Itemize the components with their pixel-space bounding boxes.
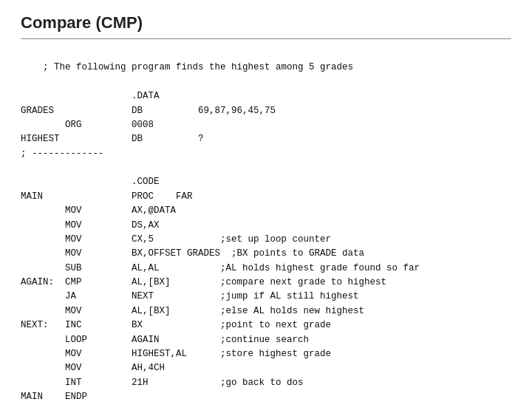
code-line: ; -------------	[21, 149, 104, 159]
code-line: MOV BX,OFFSET GRADES ;BX points to GRADE…	[21, 248, 364, 259]
page: Compare (CMP) ; The following program fi…	[0, 0, 532, 399]
comment-header: ; The following program finds the highes…	[43, 62, 353, 72]
code-line: MOV CX,5 ;set up loop counter	[21, 234, 331, 245]
code-line: INT 21H ;go back to dos	[21, 378, 304, 388]
code-line: JA NEXT ;jump if AL still highest	[21, 291, 359, 301]
code-line: MOV HIGHEST,AL ;store highest grade	[21, 349, 331, 359]
code-line: AGAIN: CMP AL,[BX] ;compare next grade t…	[21, 277, 386, 287]
code-line: .CODE	[21, 177, 160, 187]
code-line: HIGHEST DB ?	[21, 134, 204, 144]
code-line: .DATA	[21, 91, 160, 101]
divider	[21, 38, 511, 39]
code-line: MAIN PROC FAR	[21, 191, 193, 202]
code-line: LOOP AGAIN ;continue search	[21, 335, 309, 345]
code-line: GRADES DB 69,87,96,45,75	[21, 106, 276, 116]
page-title: Compare (CMP)	[21, 13, 511, 33]
code-content: .DATA GRADES DB 69,87,96,45,75 ORG 0008 …	[21, 89, 511, 399]
code-line: MOV AH,4CH	[21, 363, 165, 373]
code-line: MAIN ENDP	[21, 392, 87, 399]
code-line: SUB AL,AL ;AL holds highest grade found …	[21, 263, 420, 273]
code-block: ; The following program finds the highes…	[21, 47, 511, 89]
code-line: NEXT: INC BX ;point to next grade	[21, 320, 331, 330]
code-line: MOV DS,AX	[21, 220, 160, 231]
code-line: ORG 0008	[21, 120, 154, 130]
code-line: MOV AL,[BX] ;else AL holds new highest	[21, 306, 364, 316]
code-line: MOV AX,@DATA	[21, 205, 176, 216]
